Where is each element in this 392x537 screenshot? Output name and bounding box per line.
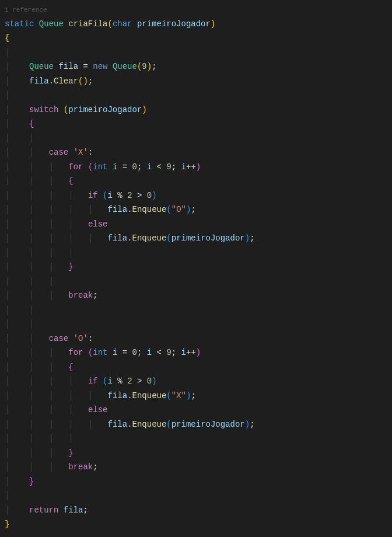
- keyword-else: else: [88, 219, 108, 229]
- method-name: criaFila: [68, 19, 107, 29]
- keyword-case-o: case: [49, 334, 69, 343]
- type-queue: Queue: [39, 19, 64, 29]
- type-queue-local: Queue: [29, 62, 54, 71]
- keyword-case-x: case: [49, 148, 69, 157]
- type-char: char: [113, 19, 132, 29]
- literal-string-X: "X": [172, 391, 186, 400]
- literal-char-O: 'O': [74, 334, 88, 343]
- keyword-break: break: [68, 291, 93, 300]
- codelens-reference[interactable]: 1 reference: [5, 6, 47, 13]
- var-fila: fila: [58, 62, 78, 71]
- param-primeiroJogador: primeiroJogador: [137, 19, 211, 29]
- ctor-queue: Queue: [113, 62, 137, 71]
- literal-string-O: "O": [172, 205, 186, 214]
- code-editor[interactable]: 1 reference static Queue criaFila(char p…: [0, 0, 392, 534]
- method-clear: Clear: [54, 76, 78, 86]
- keyword-if: if: [88, 191, 98, 200]
- keyword-for: for: [68, 162, 83, 172]
- keyword-switch: switch: [29, 105, 58, 114]
- literal-9: 9: [142, 62, 146, 71]
- method-enqueue: Enqueue: [132, 205, 167, 214]
- keyword-return: return: [29, 505, 58, 515]
- keyword-static: static: [5, 19, 34, 29]
- literal-char-X: 'X': [74, 148, 88, 157]
- keyword-new: new: [93, 62, 107, 71]
